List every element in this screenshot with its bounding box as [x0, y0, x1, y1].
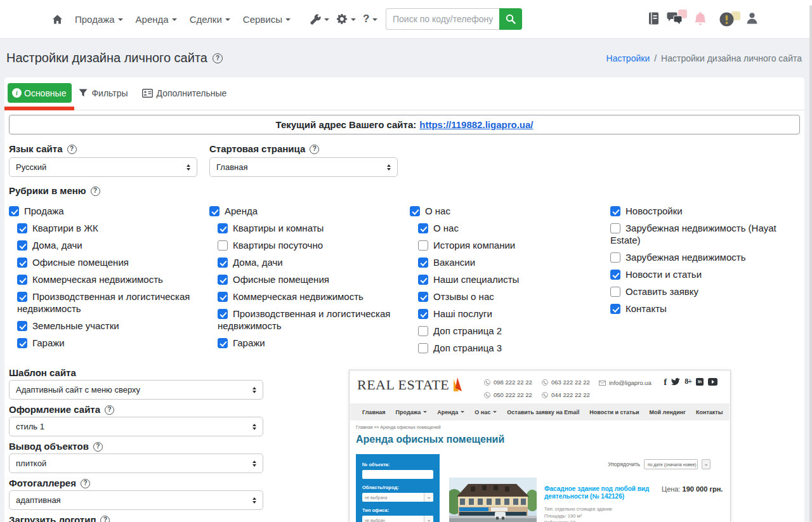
checkbox-checked-icon[interactable] — [610, 304, 620, 314]
messages-icon[interactable] — [667, 12, 683, 25]
preview-nav-item[interactable]: Новости и статьи — [589, 409, 639, 415]
rubric-checkbox-item[interactable]: Гаражи — [218, 337, 410, 349]
checkbox-checked-icon[interactable] — [17, 223, 27, 233]
checkbox-checked-icon[interactable] — [17, 321, 27, 331]
linkedin-icon[interactable]: in — [696, 378, 704, 386]
preview-nav-item[interactable]: Продажа — [396, 409, 428, 415]
checkbox-checked-icon[interactable] — [17, 275, 27, 285]
youtube-icon[interactable] — [708, 378, 717, 386]
tab-filters[interactable]: Фильтры — [79, 88, 128, 98]
checkbox-checked-icon[interactable] — [418, 309, 428, 319]
tab-main[interactable]: i Основные — [8, 83, 72, 103]
rubric-checkbox-item[interactable]: О нас — [410, 205, 610, 217]
checkbox-checked-icon[interactable] — [418, 223, 428, 233]
checkbox-checked-icon[interactable] — [418, 258, 428, 268]
rubric-checkbox-item[interactable]: Оставить заявку — [610, 285, 801, 297]
notifications-icon[interactable] — [694, 12, 707, 26]
checkbox-checked-icon[interactable] — [218, 258, 228, 268]
settings-menu[interactable] — [336, 13, 356, 25]
help-icon[interactable]: ? — [93, 442, 103, 452]
rubric-checkbox-item[interactable]: О нас — [418, 222, 610, 234]
rubric-checkbox-item[interactable]: Доп страница 3 — [418, 342, 610, 354]
rubric-checkbox-item[interactable]: Офисные помещения — [17, 256, 209, 268]
facebook-icon[interactable]: f — [664, 378, 667, 386]
checkbox-checked-icon[interactable] — [418, 292, 428, 302]
preview-nav-item[interactable]: О нас — [475, 409, 497, 415]
preview-nav-item[interactable]: Оставить заявку на Email — [507, 409, 579, 415]
rubric-checkbox-item[interactable]: Наши специалисты — [418, 273, 610, 285]
language-help-icon[interactable]: ? — [67, 145, 77, 154]
checkbox-unchecked-icon[interactable] — [610, 223, 620, 233]
nav-menu-продажа[interactable]: Продажа — [75, 14, 123, 25]
checkbox-checked-icon[interactable] — [610, 270, 620, 280]
preview-officetype-select[interactable]: не выбран⌄ — [362, 516, 433, 522]
site-field-select[interactable]: Адаптивный сайт с меню сверху — [9, 380, 263, 400]
checkbox-checked-icon[interactable] — [218, 223, 228, 233]
site-address-link[interactable]: https://119882.ligapro.ua/ — [419, 119, 533, 130]
checkbox-checked-icon[interactable] — [218, 275, 228, 285]
rubric-checkbox-item[interactable]: Новости и статьи — [610, 268, 801, 280]
rubric-checkbox-item[interactable]: Дома, дачи — [218, 256, 410, 268]
preview-sort-select[interactable]: по дате (сначала новее) — [644, 459, 698, 469]
googleplus-icon[interactable]: 8+ — [684, 377, 691, 386]
checkbox-checked-icon[interactable] — [17, 292, 27, 302]
help-icon[interactable]: ? — [81, 479, 90, 488]
breadcrumb-link[interactable]: Настройки — [606, 53, 650, 63]
startpage-select[interactable]: Главная — [209, 157, 398, 177]
alerts-icon[interactable] — [719, 12, 734, 27]
home-icon[interactable] — [53, 15, 62, 24]
help-menu[interactable]: ? — [363, 13, 377, 25]
rubric-checkbox-item[interactable]: Аренда — [209, 205, 410, 217]
checkbox-checked-icon[interactable] — [209, 206, 219, 216]
scrollbar[interactable] — [809, 5, 812, 522]
rubric-checkbox-item[interactable]: Наші послуги — [418, 308, 610, 320]
rubric-checkbox-item[interactable]: Продажа — [9, 205, 209, 217]
rubric-checkbox-item[interactable]: Квартири в ЖК — [17, 222, 209, 234]
rubric-checkbox-item[interactable]: Производственная и логистическая недвижи… — [218, 308, 410, 332]
checkbox-checked-icon[interactable] — [17, 258, 27, 268]
preview-sort-arrow[interactable]: ⌄ — [702, 459, 710, 469]
preview-nav-item[interactable]: Контакты — [696, 409, 723, 415]
checkbox-checked-icon[interactable] — [218, 338, 228, 348]
nav-menu-сервисы[interactable]: Сервисы — [243, 14, 291, 25]
checkbox-unchecked-icon[interactable] — [610, 252, 620, 263]
rubric-checkbox-item[interactable]: Доп страница 2 — [418, 325, 610, 337]
rubric-checkbox-item[interactable]: Коммерческая недвижимость — [218, 290, 410, 303]
rubric-checkbox-item[interactable]: Гаражи — [17, 337, 209, 349]
rubric-checkbox-item[interactable]: Отзывы о нас — [418, 290, 610, 303]
preview-nav-item[interactable]: Аренда — [437, 409, 464, 415]
search-input[interactable] — [386, 8, 499, 30]
preview-nav-item[interactable]: Мой лендинг — [650, 409, 686, 415]
journal-icon[interactable] — [648, 12, 659, 25]
checkbox-checked-icon[interactable] — [17, 240, 27, 251]
nav-menu-аренда[interactable]: Аренда — [136, 14, 177, 25]
checkbox-checked-icon[interactable] — [418, 275, 428, 285]
site-field-select[interactable]: стиль 1 — [9, 417, 263, 436]
tab-additional[interactable]: Дополнительные — [142, 88, 227, 98]
rubric-checkbox-item[interactable]: Земельные участки — [17, 320, 209, 332]
checkbox-checked-icon[interactable] — [610, 206, 620, 216]
rubric-checkbox-item[interactable]: Дома, дачи — [17, 239, 209, 251]
rubric-checkbox-item[interactable]: Контакты — [610, 303, 801, 315]
nav-menu-сделки[interactable]: Сделки — [190, 14, 230, 25]
tools-menu[interactable] — [310, 14, 329, 25]
preview-nav-item[interactable]: Главная — [362, 409, 386, 415]
rubric-checkbox-item[interactable]: Зарубежная недвижимость — [610, 251, 801, 263]
checkbox-unchecked-icon[interactable] — [610, 287, 620, 297]
listing-photo[interactable] — [449, 478, 537, 522]
site-field-select[interactable]: плиткой — [9, 453, 263, 473]
user-icon[interactable] — [747, 12, 757, 24]
checkbox-checked-icon[interactable] — [17, 338, 27, 348]
checkbox-unchecked-icon[interactable] — [418, 326, 428, 336]
checkbox-checked-icon[interactable] — [218, 292, 228, 302]
title-help-icon[interactable]: ? — [213, 53, 223, 63]
search-button[interactable] — [499, 8, 522, 30]
checkbox-unchecked-icon[interactable] — [218, 240, 228, 251]
help-icon[interactable]: ? — [100, 516, 110, 522]
language-select[interactable]: Русский — [9, 157, 197, 177]
rubric-checkbox-item[interactable]: Вакансии — [418, 256, 610, 268]
checkbox-checked-icon[interactable] — [9, 206, 19, 216]
checkbox-checked-icon[interactable] — [410, 206, 420, 216]
rubric-checkbox-item[interactable]: Офисные помещения — [218, 273, 410, 285]
rubric-checkbox-item[interactable]: История компании — [418, 239, 610, 251]
